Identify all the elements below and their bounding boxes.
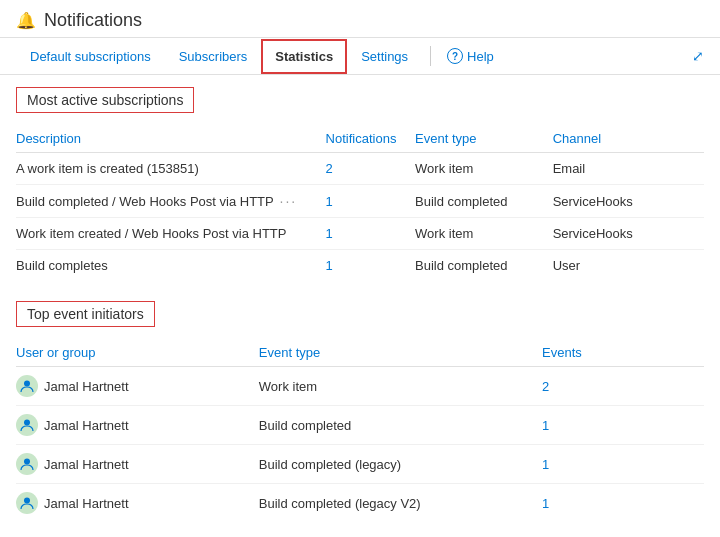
cell-user: Jamal Hartnett: [16, 484, 259, 523]
page-title: Notifications: [44, 10, 142, 31]
initiators-header-row: User or group Event type Events: [16, 339, 704, 367]
table-row: Build completed / Web Hooks Post via HTT…: [16, 185, 704, 218]
top-initiators-table: User or group Event type Events Jamal Ha…: [16, 339, 704, 522]
cell-channel: ServiceHooks: [553, 185, 704, 218]
table-row: Work item created / Web Hooks Post via H…: [16, 218, 704, 250]
nav-statistics[interactable]: Statistics: [261, 39, 347, 74]
cell-channel: Email: [553, 153, 704, 185]
cell-event-type: Work item: [415, 153, 553, 185]
help-circle-icon: ?: [447, 48, 463, 64]
avatar: [16, 414, 38, 436]
svg-point-1: [24, 420, 30, 426]
nav-subscribers[interactable]: Subscribers: [165, 39, 262, 74]
cell-event-type: Work item: [415, 218, 553, 250]
ellipsis-icon: ···: [274, 193, 298, 209]
table-row: Jamal HartnettBuild completed1: [16, 406, 704, 445]
cell-notifications: 1: [326, 185, 415, 218]
cell-event-type: Build completed: [415, 250, 553, 282]
cell-channel: User: [553, 250, 704, 282]
cell-events: 1: [542, 484, 704, 523]
user-row: Jamal Hartnett: [16, 492, 251, 514]
cell-events: 1: [542, 445, 704, 484]
table-row: Jamal HartnettBuild completed (legacy V2…: [16, 484, 704, 523]
user-name: Jamal Hartnett: [44, 418, 129, 433]
col-header-event-type2: Event type: [259, 339, 542, 367]
user-name: Jamal Hartnett: [44, 496, 129, 511]
cell-event-type: Build completed: [415, 185, 553, 218]
cell-user: Jamal Hartnett: [16, 406, 259, 445]
user-name: Jamal Hartnett: [44, 379, 129, 394]
col-header-event-type: Event type: [415, 125, 553, 153]
main-content: Most active subscriptions Description No…: [0, 75, 720, 537]
table-row: Jamal HartnettWork item2: [16, 367, 704, 406]
col-header-events: Events: [542, 339, 704, 367]
svg-point-0: [24, 381, 30, 387]
cell-description: Build completed / Web Hooks Post via HTT…: [16, 185, 326, 218]
cell-notifications: 1: [326, 218, 415, 250]
col-header-description: Description: [16, 125, 326, 153]
cell-event-type: Build completed: [259, 406, 542, 445]
col-header-user-group: User or group: [16, 339, 259, 367]
cell-user: Jamal Hartnett: [16, 445, 259, 484]
most-active-header-row: Description Notifications Event type Cha…: [16, 125, 704, 153]
page-header: 🔔 Notifications: [0, 0, 720, 38]
help-label: Help: [467, 49, 494, 64]
top-initiators-section-header: Top event initiators: [16, 301, 155, 327]
avatar: [16, 453, 38, 475]
nav-settings[interactable]: Settings: [347, 39, 422, 74]
cell-notifications: 2: [326, 153, 415, 185]
cell-events: 1: [542, 406, 704, 445]
cell-description: A work item is created (153851): [16, 153, 326, 185]
col-header-channel: Channel: [553, 125, 704, 153]
table-row: Build completes1Build completedUser: [16, 250, 704, 282]
table-row: A work item is created (153851)2Work ite…: [16, 153, 704, 185]
cell-description: Build completes: [16, 250, 326, 282]
nav-bar: Default subscriptions Subscribers Statis…: [0, 38, 720, 75]
cell-user: Jamal Hartnett: [16, 367, 259, 406]
user-row: Jamal Hartnett: [16, 453, 251, 475]
most-active-section-header: Most active subscriptions: [16, 87, 194, 113]
user-name: Jamal Hartnett: [44, 457, 129, 472]
nav-divider: [430, 46, 431, 66]
user-row: Jamal Hartnett: [16, 375, 251, 397]
cell-channel: ServiceHooks: [553, 218, 704, 250]
user-row: Jamal Hartnett: [16, 414, 251, 436]
nav-default-subscriptions[interactable]: Default subscriptions: [16, 39, 165, 74]
cell-event-type: Build completed (legacy V2): [259, 484, 542, 523]
col-header-notifications: Notifications: [326, 125, 415, 153]
cell-description: Work item created / Web Hooks Post via H…: [16, 218, 326, 250]
cell-notifications: 1: [326, 250, 415, 282]
nav-help[interactable]: ? Help: [439, 38, 502, 74]
table-row: Jamal HartnettBuild completed (legacy)1: [16, 445, 704, 484]
avatar: [16, 375, 38, 397]
cell-event-type: Work item: [259, 367, 542, 406]
notifications-icon: 🔔: [16, 11, 36, 30]
most-active-table: Description Notifications Event type Cha…: [16, 125, 704, 281]
avatar: [16, 492, 38, 514]
cell-events: 2: [542, 367, 704, 406]
svg-point-2: [24, 459, 30, 465]
svg-point-3: [24, 498, 30, 504]
cell-event-type: Build completed (legacy): [259, 445, 542, 484]
expand-icon[interactable]: ⤢: [692, 38, 704, 74]
